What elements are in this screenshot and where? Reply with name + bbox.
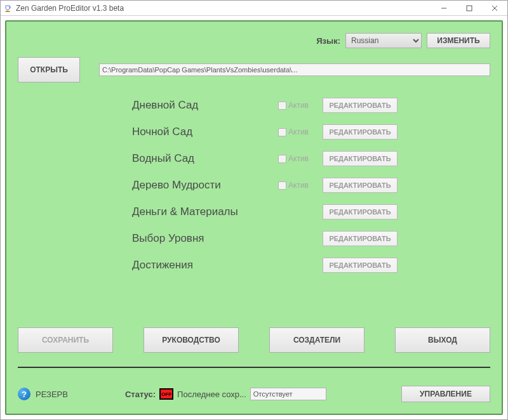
minimize-button[interactable] — [431, 1, 457, 16]
section-title: Дерево Мудрости — [132, 179, 278, 192]
close-button[interactable] — [482, 1, 507, 16]
last-save-label: Последнее сохр... — [177, 390, 246, 399]
app-body: Язык: Russian ИЗМЕНИТЬ ОТКРЫТЬ Дневной С… — [1, 16, 507, 419]
save-button[interactable]: СОХРАНИТЬ — [18, 327, 113, 353]
guide-button[interactable]: РУКОВОДСТВО — [144, 327, 239, 353]
language-label: Язык: — [316, 36, 340, 46]
checkbox-icon — [278, 128, 286, 136]
section-level: Выбор Уровня РЕДАКТИРОВАТЬ — [132, 231, 471, 246]
active-checkbox-tree[interactable]: Актив — [278, 181, 309, 190]
titlebar: Zen Garden ProEditor v1.3 beta — [1, 1, 507, 16]
active-checkbox-night[interactable]: Актив — [278, 128, 309, 136]
checkbox-icon — [278, 155, 286, 163]
section-title: Достижения — [132, 259, 278, 272]
edit-button-level[interactable]: РЕДАКТИРОВАТЬ — [323, 231, 398, 246]
status-indicator: OFF — [159, 388, 173, 400]
main-panel: Язык: Russian ИЗМЕНИТЬ ОТКРЫТЬ Дневной С… — [5, 20, 503, 415]
section-title: Водный Сад — [132, 152, 278, 165]
edit-button-water[interactable]: РЕДАКТИРОВАТЬ — [323, 151, 398, 166]
exit-button[interactable]: ВЫХОД — [395, 327, 490, 353]
edit-button-achievements[interactable]: РЕДАКТИРОВАТЬ — [323, 258, 398, 273]
manage-button[interactable]: УПРАВЛЕНИЕ — [401, 386, 490, 402]
section-achievements: Достижения РЕДАКТИРОВАТЬ — [132, 258, 471, 273]
bottom-button-row: СОХРАНИТЬ РУКОВОДСТВО СОЗДАТЕЛИ ВЫХОД — [18, 327, 490, 368]
path-input[interactable] — [99, 63, 490, 76]
svg-rect-2 — [467, 6, 472, 11]
sections-list: Дневной Сад Актив РЕДАКТИРОВАТЬ Ночной С… — [132, 98, 471, 273]
checkbox-icon — [278, 102, 286, 110]
checkbox-icon — [278, 181, 286, 190]
help-icon[interactable]: ? — [18, 388, 30, 400]
section-money: Деньги & Материалы РЕДАКТИРОВАТЬ — [132, 204, 471, 220]
reserve-label: РЕЗЕРВ — [36, 390, 68, 399]
section-title: Выбор Уровня — [132, 232, 278, 245]
open-row: ОТКРЫТЬ — [18, 57, 490, 82]
language-row: Язык: Russian ИЗМЕНИТЬ — [18, 33, 490, 48]
section-title: Ночной Сад — [132, 126, 278, 138]
language-select[interactable]: Russian — [345, 33, 422, 48]
window-title: Zen Garden ProEditor v1.3 beta — [16, 4, 431, 13]
svg-point-0 — [5, 11, 10, 12]
section-title: Дневной Сад — [132, 99, 278, 112]
change-language-button[interactable]: ИЗМЕНИТЬ — [427, 33, 490, 48]
section-night-garden: Ночной Сад Актив РЕДАКТИРОВАТЬ — [132, 124, 471, 140]
last-save-field — [250, 388, 326, 400]
app-window: Zen Garden ProEditor v1.3 beta Язык: Rus… — [0, 0, 508, 420]
creators-button[interactable]: СОЗДАТЕЛИ — [269, 327, 364, 353]
edit-button-tree[interactable]: РЕДАКТИРОВАТЬ — [323, 178, 398, 193]
section-title: Деньги & Материалы — [132, 206, 278, 218]
open-button[interactable]: ОТКРЫТЬ — [18, 57, 80, 82]
active-checkbox-water[interactable]: Актив — [278, 154, 309, 163]
java-cup-icon — [3, 3, 13, 13]
edit-button-money[interactable]: РЕДАКТИРОВАТЬ — [323, 204, 398, 220]
edit-button-day[interactable]: РЕДАКТИРОВАТЬ — [323, 98, 398, 113]
status-label: Статус: — [125, 390, 156, 399]
section-day-garden: Дневной Сад Актив РЕДАКТИРОВАТЬ — [132, 98, 471, 113]
maximize-button[interactable] — [457, 1, 482, 16]
status-bar: ? РЕЗЕРВ Статус: OFF Последнее сохр... У… — [18, 386, 490, 402]
section-wisdom-tree: Дерево Мудрости Актив РЕДАКТИРОВАТЬ — [132, 178, 471, 193]
section-water-garden: Водный Сад Актив РЕДАКТИРОВАТЬ — [132, 151, 471, 166]
edit-button-night[interactable]: РЕДАКТИРОВАТЬ — [323, 124, 398, 140]
active-checkbox-day[interactable]: Актив — [278, 101, 309, 110]
